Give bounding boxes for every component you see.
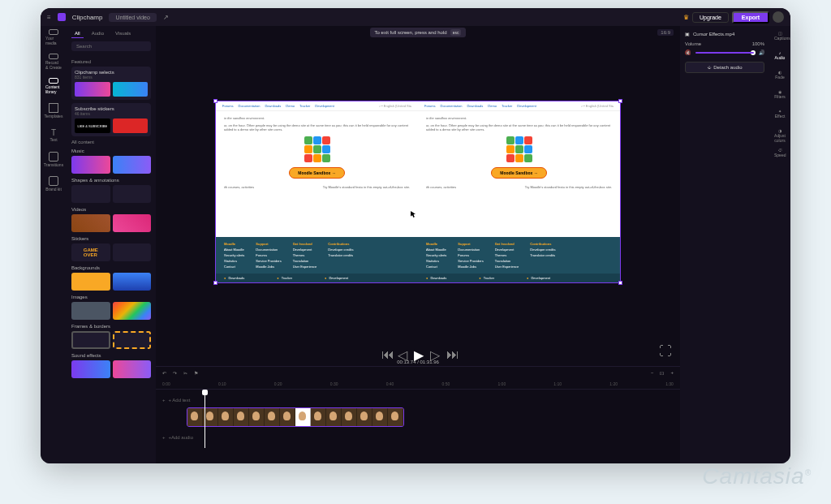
search-input[interactable] (71, 41, 151, 51)
frame-thumb[interactable] (113, 331, 152, 349)
nav-text[interactable]: TText (45, 127, 62, 143)
add-icon[interactable]: + (162, 435, 166, 440)
export-button[interactable]: Export (732, 11, 769, 24)
volume-slider[interactable] (695, 52, 754, 54)
sfx-thumb[interactable] (113, 360, 152, 378)
tool-colors[interactable]: ◑Adjust colors (774, 128, 786, 140)
nav-yourmedia[interactable]: Your media (45, 29, 62, 45)
undo-icon[interactable]: ↶ (162, 370, 166, 376)
filter-all[interactable]: All (71, 29, 84, 38)
add-audio-track[interactable]: +Add audio (169, 435, 194, 440)
shape-thumb[interactable] (113, 185, 152, 203)
aspect-ratio[interactable]: 16:9 (657, 29, 674, 36)
frame-thumb[interactable] (71, 331, 110, 349)
skip-fwd-icon[interactable]: ⏭ (446, 347, 454, 355)
cat-frames[interactable]: Frames & borders (71, 324, 151, 329)
redo-icon[interactable]: ↷ (173, 370, 177, 376)
nav-templates[interactable]: Templates (45, 102, 62, 118)
canvas-toolbar: To exit full screen, press and holdesc 1… (156, 26, 680, 39)
sandbox-button: Moodle Sandbox → (289, 167, 344, 179)
nav-record[interactable]: Record & Create (45, 54, 62, 70)
resize-handle[interactable] (618, 99, 622, 103)
resize-handle[interactable] (618, 281, 622, 285)
card-stickers[interactable]: Subscribe stickers46 items LIKE & SUBSCR… (71, 103, 151, 136)
volume-value: 100% (752, 41, 764, 46)
tool-audio[interactable]: ♪Audio (774, 50, 786, 62)
project-tab[interactable]: Untitled video (109, 13, 156, 22)
nav-library[interactable]: Content library (45, 78, 62, 94)
tool-captions[interactable]: ◫Captions (774, 31, 786, 42)
playback-controls: ⏮ ◁ ▶ ▷ ⏭ ⛶ (156, 345, 680, 358)
nav-brandkit[interactable]: Brand kit (45, 175, 62, 192)
cat-videos[interactable]: Videos (71, 207, 151, 212)
card-selects[interactable]: Clipchamp selects831 items (71, 67, 151, 100)
cat-bg[interactable]: Backgrounds (71, 265, 151, 270)
app-title: Clipchamp (72, 14, 103, 21)
nav-transitions[interactable]: Transitions (45, 151, 62, 167)
inspector-panel: ▣Cursor Effects.mp4 Volume100% 🔇 🔊 ⫝ Det… (680, 26, 769, 463)
split-icon[interactable]: ✂ (183, 370, 187, 376)
filter-visuals[interactable]: Visuals (112, 29, 134, 38)
zoom-out-icon[interactable]: − (651, 370, 654, 375)
skip-back-icon[interactable]: ⏮ (381, 347, 390, 355)
esc-key: esc (450, 29, 462, 36)
bg-thumb[interactable] (71, 273, 110, 291)
detach-audio-button[interactable]: ⫝ Detach audio (685, 62, 764, 73)
fullscreen-hint: To exit full screen, press and holdesc (370, 28, 467, 37)
music-thumb[interactable] (71, 156, 110, 174)
playhead[interactable] (205, 390, 205, 448)
tool-effects[interactable]: ✦Effect (774, 109, 786, 120)
tool-fade[interactable]: ◐Fade (774, 70, 786, 81)
tool-rail: ◫Captions ♪Audio ◐Fade ◉Filters ✦Effect … (769, 26, 790, 463)
zoom-fit-icon[interactable]: ⊡ (660, 370, 664, 376)
timeline-ruler[interactable]: 0:000:100:200:300:400:501:001:101:201:30 (156, 378, 680, 390)
moodle-left: ForumsDocumentationDownloadsDemoTrackerD… (216, 101, 418, 282)
fullscreen-icon[interactable]: ⛶ (659, 344, 672, 359)
cat-stickers[interactable]: Stickers (71, 236, 151, 241)
music-thumb[interactable] (113, 156, 152, 174)
volume-icon[interactable]: 🔊 (759, 50, 764, 55)
mute-icon[interactable]: 🔇 (685, 50, 691, 55)
play-icon[interactable]: ▶ (414, 347, 422, 355)
add-icon[interactable]: + (162, 398, 166, 403)
resize-handle[interactable] (213, 99, 217, 103)
shape-thumb[interactable] (71, 185, 110, 203)
upgrade-button[interactable]: Upgrade (692, 12, 729, 23)
timeline-tools: ↶ ↷ ✂ ⚑ − ⊡ + (156, 367, 680, 378)
marker-icon[interactable]: ⚑ (194, 370, 198, 376)
zoom-in-icon[interactable]: + (670, 370, 674, 375)
moodle-nav: ForumsDocumentationDownloadsDemoTrackerD… (216, 101, 418, 111)
img-thumb[interactable] (71, 302, 110, 320)
add-text-track[interactable]: + Add text (169, 398, 191, 403)
video-clip[interactable] (187, 407, 404, 427)
tool-filters[interactable]: ◉Filters (774, 89, 786, 101)
sticker-thumb[interactable]: GAMEOVER (71, 243, 110, 261)
filter-audio[interactable]: Audio (88, 29, 107, 38)
sticker-thumb[interactable] (113, 243, 152, 261)
cat-shapes[interactable]: Shapes & annotations (71, 178, 151, 183)
cat-music[interactable]: Music (71, 149, 151, 153)
timeline: ↶ ↷ ✂ ⚑ − ⊡ + 0:000:100:200:300:400:501:… (156, 366, 680, 463)
cursor-icon (410, 210, 418, 218)
main-area: Your media Record & Create Content libra… (41, 26, 790, 463)
sfx-thumb[interactable] (71, 360, 110, 378)
moodle-footer: MoodleAbout MoodleSecurity alertsStatist… (216, 237, 418, 274)
bg-thumb[interactable] (113, 273, 152, 291)
video-preview[interactable]: ForumsDocumentationDownloadsDemoTrackerD… (215, 101, 621, 283)
video-thumb[interactable] (71, 214, 110, 232)
canvas-area: To exit full screen, press and holdesc 1… (156, 26, 680, 463)
cat-sfx[interactable]: Sound effects (71, 353, 151, 358)
step-fwd-icon[interactable]: ▷ (430, 347, 438, 355)
avatar[interactable] (773, 11, 784, 23)
clipchamp-window: ≡ Clipchamp Untitled video ↗ ♛ Upgrade E… (41, 8, 790, 463)
share-icon[interactable]: ↗ (163, 14, 169, 21)
img-thumb[interactable] (113, 302, 152, 320)
video-icon: ▣ (685, 31, 690, 37)
cat-images[interactable]: Images (71, 295, 151, 299)
step-back-icon[interactable]: ◁ (398, 347, 406, 355)
menu-icon[interactable]: ≡ (47, 14, 51, 21)
tool-speed[interactable]: ⏱Speed (774, 148, 786, 159)
filter-tabs: All Audio Visuals (71, 29, 151, 38)
resize-handle[interactable] (213, 281, 217, 285)
video-thumb[interactable] (113, 214, 152, 232)
